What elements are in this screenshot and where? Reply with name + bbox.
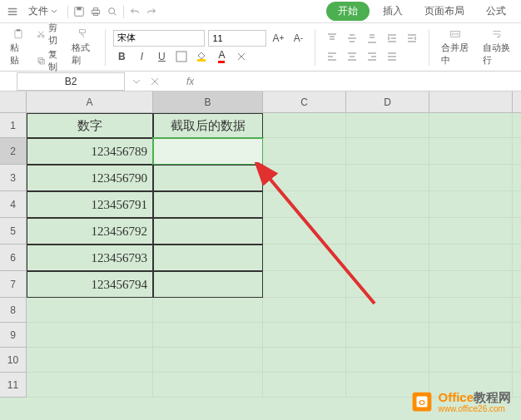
cell-A8[interactable]: [27, 298, 153, 323]
cell-A3[interactable]: 123456790: [27, 165, 153, 191]
row-header-2[interactable]: 2: [0, 138, 27, 165]
cell-B4[interactable]: [153, 191, 263, 218]
cell-B7[interactable]: [153, 271, 263, 298]
cell-C9[interactable]: [263, 323, 346, 348]
cell-x7[interactable]: [429, 271, 513, 298]
decrease-font-icon[interactable]: A-: [290, 30, 306, 47]
row-header-4[interactable]: 4: [0, 191, 27, 218]
cell-B9[interactable]: [153, 323, 263, 348]
select-all-corner[interactable]: [0, 91, 27, 113]
align-center-icon[interactable]: [344, 48, 360, 65]
cell-D7[interactable]: [346, 271, 429, 298]
cell-x9[interactable]: [513, 323, 521, 348]
cell-C5[interactable]: [263, 218, 346, 245]
font-name-select[interactable]: [113, 30, 205, 47]
redo-icon[interactable]: [146, 6, 157, 17]
cell-B8[interactable]: [153, 298, 263, 323]
cancel-icon[interactable]: [148, 75, 161, 88]
cell-D10[interactable]: [346, 348, 429, 373]
cell-B3[interactable]: [153, 165, 263, 191]
merge-center-button[interactable]: 合并居中: [438, 27, 473, 68]
underline-icon[interactable]: U: [153, 48, 170, 65]
cell-D2[interactable]: [346, 138, 429, 165]
col-header-A[interactable]: A: [27, 91, 153, 113]
cell-D3[interactable]: [346, 165, 429, 191]
cell-x10[interactable]: [513, 348, 521, 373]
row-header-11[interactable]: 11: [0, 373, 27, 398]
cell-C1[interactable]: [263, 113, 346, 138]
cell-C2[interactable]: [263, 138, 346, 165]
cell-A5[interactable]: 123456792: [27, 218, 153, 245]
cell-A7[interactable]: 123456794: [27, 271, 153, 298]
col-header-extra[interactable]: [429, 91, 513, 113]
align-middle-icon[interactable]: [344, 30, 360, 47]
tab-start[interactable]: 开始: [326, 2, 370, 21]
cell-x3[interactable]: [513, 165, 521, 191]
app-menu-icon[interactable]: [7, 6, 18, 17]
save-icon[interactable]: [73, 6, 85, 17]
tab-formula[interactable]: 公式: [478, 2, 514, 21]
tab-layout[interactable]: 页面布局: [416, 2, 473, 21]
fx-label[interactable]: fx: [186, 76, 194, 87]
indent-left-icon[interactable]: [384, 30, 400, 47]
wrap-text-button[interactable]: 自动换行: [479, 27, 514, 68]
cell-D4[interactable]: [346, 191, 429, 218]
indent-right-icon[interactable]: [404, 30, 420, 47]
cell-D6[interactable]: [346, 245, 429, 271]
align-left-icon[interactable]: [324, 48, 340, 65]
align-bottom-icon[interactable]: [364, 30, 380, 47]
cell-x8[interactable]: [513, 298, 521, 323]
cell-x5[interactable]: [513, 218, 521, 245]
row-header-5[interactable]: 5: [0, 218, 27, 245]
cell-x8[interactable]: [429, 298, 513, 323]
border-icon[interactable]: [173, 48, 190, 65]
font-size-select[interactable]: [208, 30, 266, 47]
cell-x9[interactable]: [429, 323, 513, 348]
tab-insert[interactable]: 插入: [375, 2, 411, 21]
cell-x1[interactable]: [513, 113, 521, 138]
cell-x6[interactable]: [429, 245, 513, 271]
cell-B6[interactable]: [153, 245, 263, 271]
cell-A11[interactable]: [27, 373, 153, 398]
cell-D9[interactable]: [346, 323, 429, 348]
copy-button[interactable]: 复制: [37, 48, 62, 73]
print-icon[interactable]: [90, 6, 102, 17]
cell-A6[interactable]: 123456793: [27, 245, 153, 271]
row-header-1[interactable]: 1: [0, 113, 27, 138]
cell-C4[interactable]: [263, 191, 346, 218]
row-header-9[interactable]: 9: [0, 323, 27, 348]
format-painter-button[interactable]: 格式刷: [68, 27, 97, 68]
cell-x2[interactable]: [429, 138, 513, 165]
cell-C6[interactable]: [263, 245, 346, 271]
cell-D8[interactable]: [346, 298, 429, 323]
cell-x4[interactable]: [429, 191, 513, 218]
row-header-7[interactable]: 7: [0, 271, 27, 298]
formula-input[interactable]: [194, 72, 521, 91]
file-menu[interactable]: 文件: [23, 2, 62, 20]
name-box[interactable]: [17, 72, 125, 91]
cell-A9[interactable]: [27, 323, 153, 348]
col-header-D[interactable]: D: [346, 91, 429, 113]
cell-C7[interactable]: [263, 271, 346, 298]
cell-B5[interactable]: [153, 218, 263, 245]
undo-icon[interactable]: [129, 6, 141, 17]
col-header-extra[interactable]: [513, 91, 521, 113]
row-header-3[interactable]: 3: [0, 165, 27, 191]
cell-A4[interactable]: 123456791: [27, 191, 153, 218]
cell-x10[interactable]: [429, 348, 513, 373]
cell-C3[interactable]: [263, 165, 346, 191]
cell-B2[interactable]: [153, 138, 263, 165]
justify-icon[interactable]: [384, 48, 400, 65]
cell-D1[interactable]: [346, 113, 429, 138]
increase-font-icon[interactable]: A+: [270, 30, 286, 47]
row-header-8[interactable]: 8: [0, 298, 27, 323]
col-header-C[interactable]: C: [263, 91, 346, 113]
col-header-B[interactable]: B: [153, 91, 263, 113]
highlight-icon[interactable]: [233, 48, 250, 65]
cell-x1[interactable]: [429, 113, 513, 138]
cell-A2[interactable]: 123456789: [27, 138, 153, 165]
cell-x2[interactable]: [513, 138, 521, 165]
cell-B11[interactable]: [153, 373, 263, 398]
cell-D5[interactable]: [346, 218, 429, 245]
cell-x6[interactable]: [513, 245, 521, 271]
